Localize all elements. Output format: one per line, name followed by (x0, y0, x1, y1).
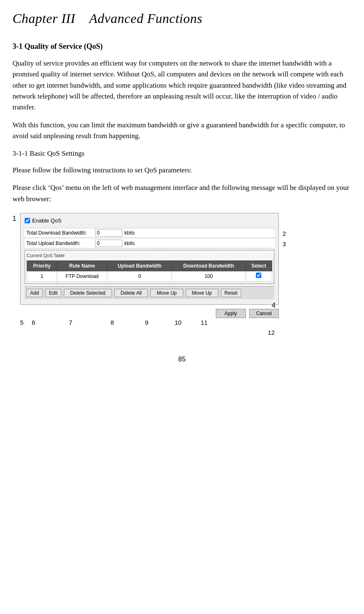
move-up-button-2[interactable]: Move Up (186, 289, 218, 297)
annotation-3: 3 (283, 240, 286, 249)
annotation-12: 12 (268, 328, 275, 338)
enable-qos-row: Enable QoS (25, 217, 274, 225)
annotation-6: 6 (32, 318, 48, 328)
download-bandwidth-input[interactable] (95, 229, 122, 237)
reset-button[interactable]: Reset (221, 289, 241, 297)
qos-rules-table: Priority Rule Name Upload Bandwidth Down… (27, 260, 272, 282)
add-button[interactable]: Add (26, 289, 43, 297)
edit-button[interactable]: Edit (45, 289, 61, 297)
qos-action-buttons: Add Edit Delete Selected Delete All Move… (25, 286, 274, 299)
annotation-1: 1 (13, 214, 16, 224)
qos-panel: Enable QoS Total Download Bandwidth: kbi… (20, 213, 279, 305)
col-upload: Upload Bandwidth (107, 260, 172, 271)
col-priority: Priority (27, 260, 57, 271)
upload-label: Total Upload Bandwidth: (26, 240, 95, 247)
row-upload-bw: 0 (107, 271, 172, 281)
table-caption: Current QoS Table (27, 252, 272, 259)
row-rule-name: FTP Download (57, 271, 107, 281)
subsection-heading: 3-1-1 Basic QoS Settings (13, 148, 351, 159)
table-row: 1 FTP Download 0 100 (27, 271, 272, 281)
row-select-checkbox[interactable] (256, 273, 261, 278)
page-title: Chapter III Advanced Functions (13, 8, 351, 28)
paragraph-2: With this function, you can limit the ma… (13, 120, 351, 142)
page-number: 85 (13, 354, 351, 364)
upload-bandwidth-input[interactable] (95, 240, 122, 247)
apply-cancel-section: Apply Cancel (13, 309, 279, 318)
row-download-bw: 100 (172, 271, 246, 281)
section-heading: 3-1 Quality of Service (QoS) (13, 41, 351, 52)
title-label: Advanced Functions (89, 11, 202, 26)
col-rule-name: Rule Name (57, 260, 107, 271)
chapter-label: Chapter III (13, 11, 75, 26)
annotation-2: 2 (283, 229, 286, 239)
row-priority: 1 (27, 271, 57, 281)
move-up-button[interactable]: Move Up (150, 289, 183, 297)
qos-table-section: Current QoS Table Priority Rule Name Upl… (25, 250, 274, 284)
annotation-8: 8 (94, 318, 131, 328)
download-label: Total Download Bandwidth: (26, 229, 95, 237)
row-select[interactable] (245, 271, 272, 281)
delete-all-button[interactable]: Delete All (114, 289, 148, 297)
paragraph-1: Quality of service provides an efficient… (13, 58, 351, 113)
delete-selected-button[interactable]: Delete Selected (64, 289, 112, 297)
col-download: Download Bandwidth (172, 260, 246, 271)
qos-diagram-container: 1 Enable QoS Total Download Bandwidth: k… (13, 213, 296, 338)
apply-button[interactable]: Apply (216, 309, 246, 318)
instruction-2: Please click ‘Qos’ menu on the left of w… (13, 182, 351, 205)
instruction-1: Please follow the following instructions… (13, 165, 351, 176)
annotation-5: 5 (20, 318, 32, 328)
annotation-11: 11 (194, 318, 215, 328)
annotation-4: 4 (272, 301, 276, 311)
col-select: Select (245, 260, 272, 271)
enable-qos-checkbox[interactable] (25, 218, 30, 223)
upload-unit: kbits (124, 240, 135, 247)
annotation-10: 10 (162, 318, 194, 328)
annotation-7: 7 (48, 318, 94, 328)
enable-qos-label: Enable QoS (32, 217, 61, 225)
download-unit: kbits (124, 229, 135, 237)
annotation-9: 9 (131, 318, 162, 328)
